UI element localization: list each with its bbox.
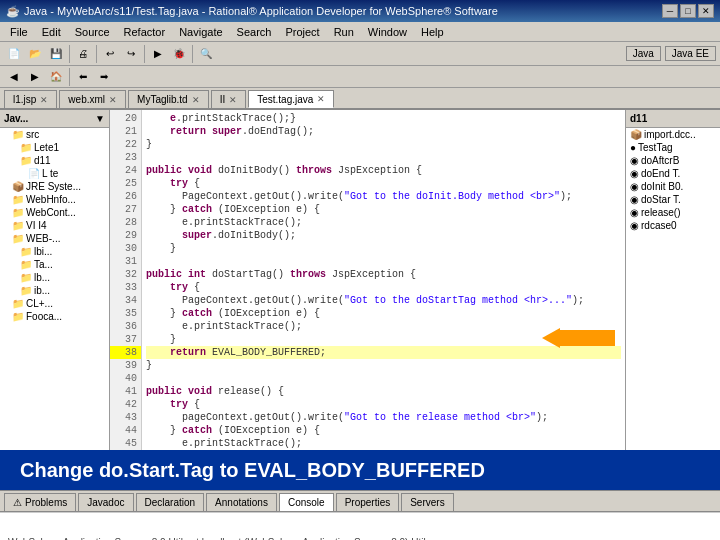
- tree-item-jre[interactable]: 📦 JRE Syste...: [0, 180, 109, 193]
- tab-javadoc[interactable]: Javadoc: [78, 493, 133, 511]
- tree-item-lete1[interactable]: 📁 Lete1: [0, 141, 109, 154]
- right-panel-import[interactable]: 📦 import.dcc..: [626, 128, 720, 141]
- home-button[interactable]: 🏠: [46, 67, 66, 87]
- menu-search[interactable]: Search: [231, 24, 278, 40]
- tab-problems[interactable]: ⚠ Problems: [4, 493, 76, 511]
- tab-ii[interactable]: II ✕: [211, 90, 247, 108]
- editor-area[interactable]: 20 21 22 23 24 25 26 27 28 29 30 31 32 3…: [110, 110, 625, 450]
- open-button[interactable]: 📂: [25, 44, 45, 64]
- menu-edit[interactable]: Edit: [36, 24, 67, 40]
- tab-mytaglib-label: MyTaglib.td: [137, 94, 188, 105]
- tree-item-src[interactable]: 📁 src: [0, 128, 109, 141]
- tab-testtagjava[interactable]: Test.tag.java ✕: [248, 90, 334, 108]
- tab-webxml[interactable]: web.xml ✕: [59, 90, 126, 108]
- forward-button[interactable]: ▶: [25, 67, 45, 87]
- menu-source[interactable]: Source: [69, 24, 116, 40]
- right-panel-testtag[interactable]: ● TestTag: [626, 141, 720, 154]
- folder-icon: 📁: [12, 194, 24, 205]
- right-panel-release[interactable]: ◉ release(): [626, 206, 720, 219]
- java-perspective-button[interactable]: Java: [626, 46, 661, 61]
- right-panel-rdcase[interactable]: ◉ rdcase0: [626, 219, 720, 232]
- tab-mytaglib[interactable]: MyTaglib.td ✕: [128, 90, 209, 108]
- folder-icon: 📁: [12, 298, 24, 309]
- tree-item-d11[interactable]: 📁 d11: [0, 154, 109, 167]
- undo-button[interactable]: ↩: [100, 44, 120, 64]
- right-panel-doinit[interactable]: ◉ doInit B0.: [626, 180, 720, 193]
- left-panel: Jav... ▼ 📁 src 📁 Lete1 📁 d11 📄 L te 📦 JR…: [0, 110, 110, 450]
- menu-help[interactable]: Help: [415, 24, 450, 40]
- right-item-label: release(): [641, 207, 680, 218]
- code-line-27: } catch (IOException e) {: [146, 203, 621, 216]
- next-edit-button[interactable]: ➡: [94, 67, 114, 87]
- tree-item-lbi1[interactable]: 📁 lbi...: [0, 245, 109, 258]
- tab-mytaglib-close[interactable]: ✕: [192, 95, 200, 105]
- print-button[interactable]: 🖨: [73, 44, 93, 64]
- tree-item-vi14[interactable]: 📁 VI I4: [0, 219, 109, 232]
- debug-button[interactable]: 🐞: [169, 44, 189, 64]
- tree-item-lb[interactable]: 📁 lb...: [0, 271, 109, 284]
- tab-servers-label: Servers: [410, 497, 444, 508]
- method-icon: ◉: [630, 155, 639, 166]
- line-num-44: 44: [110, 424, 141, 437]
- tree-item-ta[interactable]: 📁 Ta...: [0, 258, 109, 271]
- run-button[interactable]: ▶: [148, 44, 168, 64]
- left-panel-expand-icon[interactable]: ▼: [95, 113, 105, 124]
- line-num-42: 42: [110, 398, 141, 411]
- tab-testtagjava-close[interactable]: ✕: [317, 94, 325, 104]
- menu-navigate[interactable]: Navigate: [173, 24, 228, 40]
- prev-edit-button[interactable]: ⬅: [73, 67, 93, 87]
- tab-webxml-close[interactable]: ✕: [109, 95, 117, 105]
- line-num-22: 22: [110, 138, 141, 151]
- menu-run[interactable]: Run: [328, 24, 360, 40]
- line-num-25: 25: [110, 177, 141, 190]
- code-line-25: try {: [146, 177, 621, 190]
- code-line-31: [146, 255, 621, 268]
- tab-servers[interactable]: Servers: [401, 493, 453, 511]
- tree-item-cl[interactable]: 📁 CL+...: [0, 297, 109, 310]
- tree-item-fooca[interactable]: 📁 Fooca...: [0, 310, 109, 323]
- tab-ii-close[interactable]: ✕: [229, 95, 237, 105]
- new-button[interactable]: 📄: [4, 44, 24, 64]
- redo-button[interactable]: ↪: [121, 44, 141, 64]
- tree-label: Fooca...: [26, 311, 62, 322]
- back-button[interactable]: ◀: [4, 67, 24, 87]
- tree-item-webcont[interactable]: 📁 WebCont...: [0, 206, 109, 219]
- close-button[interactable]: ✕: [698, 4, 714, 18]
- menu-window[interactable]: Window: [362, 24, 413, 40]
- tab-l1jsp[interactable]: l1.jsp ✕: [4, 90, 57, 108]
- right-panel-dostart[interactable]: ◉ doStar T.: [626, 193, 720, 206]
- tree-item-webinfo[interactable]: 📁 WebHnfo...: [0, 193, 109, 206]
- tree-item-ib[interactable]: 📁 ib...: [0, 284, 109, 297]
- menu-file[interactable]: File: [4, 24, 34, 40]
- line-num-33: 33: [110, 281, 141, 294]
- tab-declaration-label: Declaration: [145, 497, 196, 508]
- save-button[interactable]: 💾: [46, 44, 66, 64]
- tab-annotations[interactable]: Annotations: [206, 493, 277, 511]
- javaee-perspective-button[interactable]: Java EE: [665, 46, 716, 61]
- tree-item-web[interactable]: 📁 WEB-...: [0, 232, 109, 245]
- menu-project[interactable]: Project: [279, 24, 325, 40]
- tab-properties[interactable]: Properties: [336, 493, 400, 511]
- minimize-button[interactable]: ─: [662, 4, 678, 18]
- tab-declaration[interactable]: Declaration: [136, 493, 205, 511]
- right-item-label: rdcase0: [641, 220, 677, 231]
- right-panel-doafter[interactable]: ◉ doAftcrB: [626, 154, 720, 167]
- right-panel-doend[interactable]: ◉ doEnd T.: [626, 167, 720, 180]
- right-item-label: doStar T.: [641, 194, 681, 205]
- code-line-26: PageContext.getOut().write("Got to the d…: [146, 190, 621, 203]
- code-lines: e.printStackTrace();} return super.doEnd…: [142, 110, 625, 450]
- method-icon: ◉: [630, 220, 639, 231]
- tree-label: WebCont...: [26, 207, 76, 218]
- tab-l1jsp-close[interactable]: ✕: [40, 95, 48, 105]
- code-line-35: } catch (IOException e) {: [146, 307, 621, 320]
- menu-refactor[interactable]: Refactor: [118, 24, 172, 40]
- tree-item-lte[interactable]: 📄 L te: [0, 167, 109, 180]
- line-num-35: 35: [110, 307, 141, 320]
- tab-l1jsp-label: l1.jsp: [13, 94, 36, 105]
- maximize-button[interactable]: □: [680, 4, 696, 18]
- search-button[interactable]: 🔍: [196, 44, 216, 64]
- tab-console-label: Console: [288, 497, 325, 508]
- tab-annotations-label: Annotations: [215, 497, 268, 508]
- bottom-tabs: ⚠ Problems Javadoc Declaration Annotatio…: [0, 490, 720, 512]
- tab-console[interactable]: Console: [279, 493, 334, 511]
